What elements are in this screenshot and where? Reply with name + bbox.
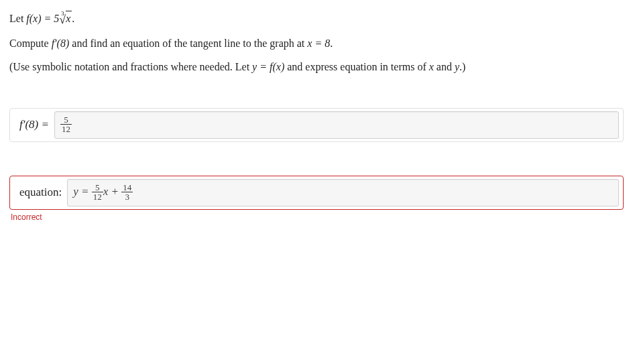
text: and find an equation of the tangent line… [72,38,307,49]
math-fn: f(x) = 5 [26,13,59,24]
answer-row-equation: equation: y = 5 12 x + 14 3 [9,176,624,210]
answer-label-equation: equation: [14,183,67,202]
answer-input-fprime[interactable]: 5 12 [54,111,619,139]
problem-line-2: Compute f′(8) and find an equation of th… [9,36,624,51]
fraction-num: 5 [60,115,72,124]
cube-root: 3√x [59,11,72,28]
fraction: 14 3 [121,183,133,201]
radicand: x [66,11,72,26]
fraction-den: 3 [121,192,133,201]
eq-prefix: y = [73,185,92,198]
text: . [330,38,333,49]
math: y [455,61,459,72]
text: and express equation in terms of [287,61,429,72]
answer-row-fprime: f′(8) = 5 12 [9,108,624,142]
label-text: f′(8) = [19,118,49,131]
answer-input-equation[interactable]: y = 5 12 x + 14 3 [67,179,619,206]
root-index: 3 [61,9,64,18]
math: x = 8 [307,38,330,49]
fraction-num: 14 [121,183,133,192]
text: and [437,61,455,72]
answer-label-fprime: f′(8) = [14,115,54,134]
text: Compute [9,38,52,49]
math: x [429,61,434,72]
fraction-den: 12 [92,192,103,201]
problem-line-1: Let f(x) = 53√x. [9,11,624,28]
fraction: 5 12 [92,183,103,201]
label-text: equation: [19,186,62,198]
math: y = f(x) [252,61,284,72]
text: Let [9,13,26,24]
fraction-num: 5 [92,183,103,192]
fraction: 5 12 [60,115,72,133]
fraction-den: 12 [60,124,72,133]
eq-mid: x + [103,185,122,198]
problem-line-3: (Use symbolic notation and fractions whe… [9,60,624,74]
text: (Use symbolic notation and fractions whe… [9,61,252,72]
feedback-incorrect: Incorrect [11,213,624,222]
text: . [72,13,74,24]
math: f′(8) [52,38,70,49]
text: .) [459,61,465,72]
